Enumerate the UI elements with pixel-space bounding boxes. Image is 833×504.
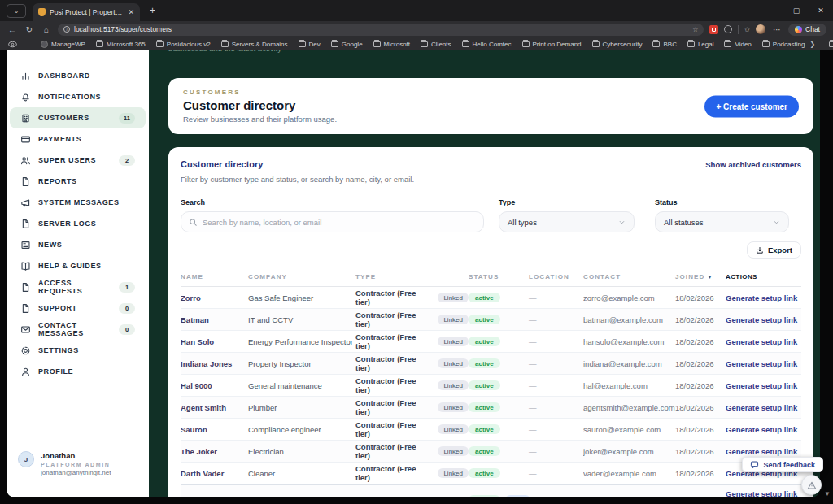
site-info-icon[interactable]: i — [63, 26, 70, 33]
customer-name-link[interactable]: Sauron — [181, 425, 248, 434]
bookmark-item[interactable]: Servers & Domains — [221, 41, 288, 48]
sidebar-item-notifications[interactable]: NOTIFICATIONS — [10, 86, 146, 107]
minimize-button[interactable]: – — [760, 0, 784, 21]
customer-name-link[interactable]: Agent Smith — [181, 403, 248, 412]
favorite-star-icon[interactable]: ☆ — [692, 26, 698, 33]
new-tab-button[interactable]: + — [150, 5, 155, 16]
generate-setup-link[interactable]: Generate setup link — [726, 489, 801, 497]
sidebar-item-profile[interactable]: PROFILE — [10, 361, 146, 382]
bookmark-item[interactable]: Video — [724, 41, 751, 48]
generate-setup-link[interactable]: Generate setup link — [726, 381, 801, 390]
sidebar-item-label: DASHBOARD — [38, 72, 90, 80]
bookmark-item[interactable]: Microsoft — [373, 41, 410, 48]
bookmark-item[interactable]: Hello Comtec — [462, 41, 512, 48]
bookmark-other-favourites[interactable]: Other favourites — [829, 41, 833, 48]
type-cell: Contractor (Free tier)Linked — [355, 398, 469, 416]
sidebar-item-access-requests[interactable]: ACCESS REQUESTS1 — [10, 276, 146, 298]
close-button[interactable]: ✕ — [809, 0, 833, 21]
sidebar-item-settings[interactable]: SETTINGS — [10, 340, 146, 361]
customer-name-link[interactable]: The Joker — [181, 447, 248, 456]
send-feedback-button[interactable]: Send feedback — [742, 457, 823, 472]
reload-icon[interactable]: ↻ — [24, 25, 35, 34]
location-cell: — — [529, 447, 583, 456]
browser-profile-avatar[interactable] — [756, 24, 765, 34]
customer-name-link[interactable]: Smith Lettings — [181, 495, 248, 497]
bookmark-item[interactable]: Podcasting — [762, 41, 805, 48]
favorites-collections-icon[interactable]: ✩ — [744, 26, 750, 33]
generate-setup-link[interactable]: Generate setup link — [726, 447, 801, 456]
create-customer-button[interactable]: + Create customer — [704, 95, 799, 117]
linked-badge: Linked — [438, 293, 469, 302]
generate-setup-link[interactable]: Generate setup link — [726, 293, 801, 302]
page-viewport: DASHBOARDNOTIFICATIONSCUSTOMERS11PAYMENT… — [0, 50, 833, 504]
extension-ring-icon[interactable] — [724, 25, 732, 33]
sidebar-item-super-users[interactable]: SUPER USERS2 — [10, 150, 146, 171]
sidebar-item-dashboard[interactable]: DASHBOARD — [10, 65, 146, 86]
show-archived-link[interactable]: Show archived customers — [705, 160, 801, 169]
customer-name-link[interactable]: Batman — [181, 315, 248, 324]
sidebar-item-server-logs[interactable]: SERVER LOGS — [10, 213, 146, 234]
sidebar-item-help-guides[interactable]: HELP & GUIDES — [10, 255, 146, 276]
copilot-chat-button[interactable]: Chat — [788, 24, 826, 36]
folder-icon — [762, 41, 770, 47]
home-icon[interactable]: ⌂ — [41, 25, 52, 34]
extension-red-icon[interactable] — [709, 25, 718, 34]
bookmarks-overflow-chevron-icon[interactable]: ❯ — [809, 41, 815, 48]
scrollbar-down-arrow[interactable]: ▼ — [824, 490, 831, 497]
globe-icon — [41, 41, 48, 48]
search-input[interactable] — [203, 218, 476, 227]
tab-actions-button[interactable]: ⌄ — [7, 4, 26, 18]
status-cell: active — [469, 424, 529, 434]
bookmark-item[interactable]: Microsoft 365 — [96, 41, 146, 48]
bookmark-item[interactable]: Print on Demand — [522, 41, 582, 48]
sidebar-item-customers[interactable]: CUSTOMERS11 — [10, 107, 146, 128]
back-icon[interactable]: ← — [7, 25, 18, 34]
linked-badge: Linked — [438, 315, 469, 324]
table-row: SauronCompliance engineerContractor (Fre… — [181, 419, 801, 441]
profile-name: Jonathan — [41, 451, 111, 460]
status-select[interactable]: All statuses — [655, 211, 789, 232]
eye-icon[interactable] — [7, 41, 18, 48]
column-header-joined[interactable]: JOINED▼ — [675, 273, 726, 280]
generate-setup-link[interactable]: Generate setup link — [726, 337, 801, 346]
customer-name-link[interactable]: Indiana Jones — [181, 359, 248, 368]
bookmark-item[interactable]: Clients — [421, 41, 451, 48]
sidebar-item-payments[interactable]: PAYMENTS — [10, 128, 146, 150]
folder-icon — [331, 41, 338, 47]
company-cell: Electrician — [248, 447, 355, 456]
alert-fab-button[interactable] — [801, 475, 822, 495]
sidebar-item-news[interactable]: NEWS — [10, 234, 146, 255]
sidebar-item-label: CONTACT MESSAGES — [38, 321, 111, 337]
customer-name-link[interactable]: Hal 9000 — [181, 381, 248, 390]
sidebar-item-reports[interactable]: REPORTS — [10, 171, 146, 192]
bookmark-item[interactable]: ManageWP — [41, 41, 85, 48]
customer-name-link[interactable]: Darth Vader — [181, 469, 248, 478]
url-text: localhost:5173/super/customers — [74, 25, 688, 33]
export-button[interactable]: Export — [747, 241, 801, 259]
sidebar-item-support[interactable]: SUPPORT0 — [10, 298, 146, 319]
bookmark-item[interactable]: Cybersecurity — [592, 41, 643, 48]
joined-cell: 18/02/2026 — [675, 293, 726, 302]
bookmark-item[interactable]: BBC — [652, 41, 676, 48]
bookmark-item[interactable]: Dev — [299, 41, 321, 48]
bookmark-item[interactable]: Posidacious v2 — [156, 41, 211, 48]
table-row: BatmanIT and CCTVContractor (Free tier)L… — [181, 309, 801, 331]
generate-setup-link[interactable]: Generate setup link — [726, 359, 801, 368]
more-menu-icon[interactable]: ⋯ — [771, 25, 783, 34]
sidebar-profile[interactable]: J Jonathan PLATFORM ADMIN jonathan@anyth… — [7, 441, 149, 497]
sidebar-item-system-messages[interactable]: SYSTEM MESSAGES — [10, 192, 146, 213]
type-select[interactable]: All types — [499, 211, 635, 232]
generate-setup-link[interactable]: Generate setup link — [726, 403, 801, 412]
address-bar[interactable]: i localhost:5173/super/customers ☆ — [58, 24, 704, 36]
company-cell: Gas Safe Engineer — [248, 293, 355, 302]
tab-close-icon[interactable]: ✕ — [128, 8, 134, 16]
browser-tab[interactable]: Posi Protect | Property Maintenan ✕ — [33, 3, 140, 21]
generate-setup-link[interactable]: Generate setup link — [726, 315, 801, 324]
maximize-button[interactable]: ▢ — [784, 0, 809, 21]
customer-name-link[interactable]: Han Solo — [181, 337, 248, 346]
bookmark-item[interactable]: Legal — [687, 41, 714, 48]
generate-setup-link[interactable]: Generate setup link — [726, 425, 801, 434]
customer-name-link[interactable]: Zorro — [181, 293, 248, 302]
sidebar-item-contact-messages[interactable]: CONTACT MESSAGES0 — [10, 319, 146, 340]
bookmark-item[interactable]: Google — [331, 41, 363, 48]
